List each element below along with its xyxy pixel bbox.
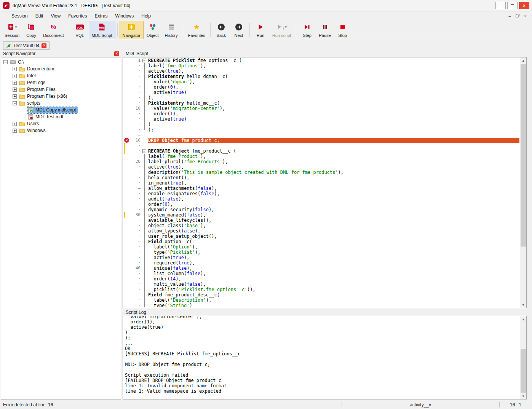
navigator-close-icon[interactable]: × bbox=[114, 51, 119, 56]
mdl-script-editor[interactable]: 1−RECREATE Picklist fme_options__c (·lab… bbox=[123, 57, 527, 308]
code-text[interactable]: label('fme Product'), bbox=[148, 154, 519, 159]
code-text[interactable]: order(0), bbox=[148, 202, 519, 207]
code-text[interactable]: ); bbox=[148, 127, 519, 132]
code-line[interactable]: ×16DROP Object fme_product_c; bbox=[123, 138, 519, 143]
code-text[interactable]: order(0), bbox=[148, 84, 519, 90]
collapse-fold-icon[interactable]: − bbox=[142, 59, 146, 62]
history-button[interactable]: History bbox=[161, 21, 181, 39]
code-line[interactable]: · order(1), bbox=[123, 111, 519, 116]
code-text[interactable]: label('Description'), bbox=[148, 298, 519, 303]
tree-item-mdl-test-mdl[interactable]: MDL Test.mdl bbox=[1, 113, 121, 120]
expand-toggle-icon[interactable]: + bbox=[13, 81, 17, 85]
log-vertical-scrollbar[interactable]: ▲ ▼ bbox=[520, 316, 526, 399]
code-line[interactable]: · type('Picklist'), bbox=[123, 250, 519, 255]
scroll-up-arrow[interactable]: ▲ bbox=[520, 316, 526, 322]
code-line[interactable]: · active(true) bbox=[123, 116, 519, 122]
expand-toggle-icon[interactable]: + bbox=[13, 67, 17, 71]
code-text[interactable]: available_lifecycles(), bbox=[148, 218, 519, 223]
code-line[interactable]: ·user_role_setup_object(), bbox=[123, 234, 519, 239]
code-text[interactable]: ) bbox=[148, 122, 519, 127]
tab-test-vault-04[interactable]: Test Vault 04 × bbox=[3, 41, 50, 50]
script-log-panel[interactable]: value('migration-center'), order(1), act… bbox=[123, 316, 527, 399]
scroll-up-arrow[interactable]: ▲ bbox=[520, 57, 526, 64]
run-button[interactable]: Run bbox=[252, 21, 269, 39]
scroll-down-arrow[interactable]: ▼ bbox=[520, 302, 526, 308]
code-text[interactable]: label_plural('fme Products'), bbox=[148, 159, 519, 164]
code-text[interactable]: RECREATE Object fme_product__c ( bbox=[148, 148, 519, 154]
maximize-button[interactable] bbox=[507, 2, 518, 9]
collapse-toggle-icon[interactable]: − bbox=[13, 101, 17, 105]
code-text[interactable]: value('migration-center'), bbox=[148, 106, 519, 111]
collapse-toggle-icon[interactable]: − bbox=[3, 60, 8, 64]
code-text[interactable]: active(true), bbox=[148, 68, 519, 74]
code-text[interactable]: order(1), bbox=[148, 111, 519, 116]
code-line[interactable]: –allow_attachments(false), bbox=[123, 186, 519, 191]
code-text[interactable]: active(true), bbox=[148, 255, 519, 260]
code-text[interactable]: enable_esignatures(false), bbox=[148, 191, 519, 196]
code-line[interactable]: ·allow_types(false), bbox=[123, 228, 519, 234]
code-line[interactable]: ·enable_esignatures(false), bbox=[123, 191, 519, 196]
code-text[interactable]: user_role_setup_object(), bbox=[148, 234, 519, 239]
code-text[interactable]: allow_types(false), bbox=[148, 228, 519, 234]
code-line[interactable]: ·audit(false), bbox=[123, 196, 519, 202]
tree-item-perflogs[interactable]: +PerfLogs bbox=[1, 79, 121, 86]
code-text[interactable]: active(true) bbox=[148, 116, 519, 122]
scroll-down-arrow[interactable]: ▼ bbox=[520, 393, 526, 399]
code-line[interactable]: 30system_manaed(false), bbox=[123, 212, 519, 218]
code-line[interactable]: · order(0), bbox=[123, 84, 519, 90]
code-text[interactable] bbox=[148, 132, 519, 138]
fold-column[interactable]: − bbox=[142, 58, 148, 63]
code-line[interactable]: ·Picklistentry hello_mc__c( bbox=[123, 100, 519, 106]
tab-close-icon[interactable]: × bbox=[42, 43, 46, 48]
code-text[interactable]: Field fme_product_desc__c( bbox=[148, 292, 519, 298]
mdi-close-button[interactable]: × bbox=[524, 14, 527, 18]
code-line[interactable]: ·label('fme Product'), bbox=[123, 154, 519, 159]
code-text[interactable]: list_column(false), bbox=[148, 271, 519, 276]
favorites-button[interactable]: ★Favorites bbox=[185, 21, 208, 39]
code-text[interactable]: type('String') bbox=[148, 303, 519, 307]
tree-item-intel[interactable]: +Intel bbox=[1, 72, 121, 79]
menu-edit[interactable]: Edit bbox=[32, 12, 47, 20]
code-text[interactable]: system_manaed(false), bbox=[148, 212, 519, 218]
tree-item-program-files-x86[interactable]: +Program Files (x86) bbox=[1, 93, 121, 100]
tree-item-documentum[interactable]: +Documentum bbox=[1, 65, 121, 72]
code-line[interactable]: ·label('fme Options'), bbox=[123, 63, 519, 68]
code-line[interactable]: 10 value('migration-center'), bbox=[123, 106, 519, 111]
code-line[interactable]: · list_column(false), bbox=[123, 271, 519, 276]
mdl-script-button[interactable]: MDLMDL Script bbox=[89, 21, 115, 39]
code-text[interactable]: Picklistentry hello_dqman__c( bbox=[148, 74, 519, 79]
menu-view[interactable]: View bbox=[47, 12, 64, 20]
code-line[interactable]: · active(true) bbox=[123, 90, 519, 95]
next-button[interactable]: Next bbox=[230, 21, 248, 39]
code-line[interactable]: ·active(true), bbox=[123, 68, 519, 74]
tree-item-program-files[interactable]: +Program Files bbox=[1, 86, 121, 93]
stop-button[interactable]: Stop bbox=[334, 21, 351, 39]
session-button[interactable]: ▾Session bbox=[2, 21, 22, 39]
run-script-button[interactable]: ▾Run script bbox=[269, 21, 294, 39]
code-line[interactable]: ·description('This is sample object crea… bbox=[123, 170, 519, 175]
code-text[interactable]: multi_value(false), bbox=[148, 282, 519, 287]
code-line[interactable]: –Field option__c( bbox=[123, 239, 519, 244]
code-text[interactable]: description('This is sample object creat… bbox=[148, 170, 519, 175]
code-text[interactable]: order(14), bbox=[148, 276, 519, 282]
code-line[interactable]: · picklist('Picklist.fme_options__c')), bbox=[123, 287, 519, 292]
code-text[interactable] bbox=[148, 143, 519, 148]
code-line[interactable]: · label('Option'), bbox=[123, 244, 519, 250]
code-text[interactable]: ), bbox=[148, 95, 519, 100]
code-line[interactable]: –Field fme_product_desc__c( bbox=[123, 292, 519, 298]
code-text[interactable]: active(true), bbox=[148, 164, 519, 170]
fold-column[interactable]: − bbox=[142, 148, 148, 154]
scrollbar-thumb[interactable] bbox=[521, 64, 526, 247]
pause-button[interactable]: Pause bbox=[316, 21, 334, 39]
code-line[interactable]: ·object_class('base'), bbox=[123, 223, 519, 228]
code-text[interactable]: in_menu(true), bbox=[148, 180, 519, 186]
code-area[interactable]: 1−RECREATE Picklist fme_options__c (·lab… bbox=[123, 58, 519, 307]
code-line[interactable]: · type('String') bbox=[123, 303, 519, 307]
code-line[interactable]: · active(true), bbox=[123, 255, 519, 260]
code-text[interactable]: object_class('base'), bbox=[148, 223, 519, 228]
code-text[interactable]: DROP Object fme_product_c; bbox=[148, 138, 519, 143]
menu-windows[interactable]: Windows bbox=[112, 12, 138, 20]
scrollbar-thumb[interactable] bbox=[521, 349, 526, 393]
code-line[interactable]: 1−RECREATE Picklist fme_options__c ( bbox=[123, 58, 519, 63]
code-line[interactable]: ·); bbox=[123, 127, 519, 132]
